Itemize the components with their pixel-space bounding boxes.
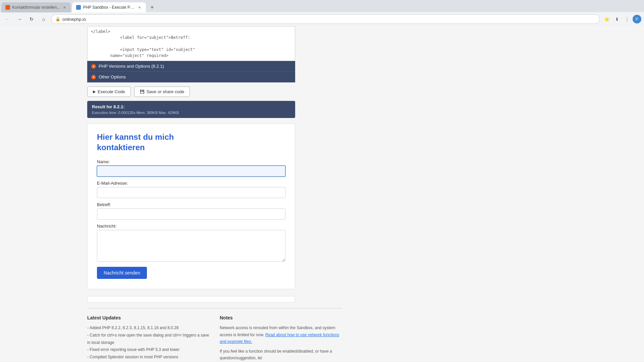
lock-icon: 🔒 (55, 17, 60, 21)
updates-title: Latest Updates (87, 315, 210, 320)
email-input[interactable] (97, 187, 285, 198)
name-label: Name: (97, 159, 285, 164)
settings-icon[interactable]: ⋮ (623, 15, 631, 23)
tab1-close[interactable]: ✕ (62, 5, 67, 10)
browser-tab-1[interactable]: Kontaktformular erstellen... ✕ (1, 2, 71, 12)
result-box: Result for 8.2.1: Execution time: 0.0001… (87, 101, 295, 118)
other-options-label: Other Options (99, 74, 126, 79)
extensions-icon[interactable]: ⭐ (602, 15, 611, 23)
subject-input[interactable] (97, 208, 285, 220)
main-area: </label> <label for="subject">Betreff: <… (87, 26, 295, 308)
code-editor-snippet[interactable]: </label> <label for="subject">Betreff: <… (87, 26, 295, 61)
tab2-title: PHP Sandbox - Execute PHP cod... (83, 5, 135, 10)
page-content: </label> <label for="subject">Betreff: <… (0, 26, 644, 361)
browser-tab-2[interactable]: PHP Sandbox - Execute PHP cod... ✕ (72, 2, 146, 12)
save-icon: 💾 (140, 89, 145, 94)
update-item-1: - Added PHP 8.2.2, 8.2.3, 8.1.15, 8.1.16… (87, 324, 210, 332)
code-line-2: <label for="subject">Betreff: (91, 35, 291, 41)
subject-label: Betreff: (97, 202, 285, 207)
tab2-favicon (76, 5, 81, 10)
updates-notes-section: Latest Updates - Added PHP 8.2.2, 8.2.3,… (87, 308, 342, 361)
name-input[interactable] (97, 166, 285, 177)
output-form-container: Hier kannst du mich kontaktieren Name: E… (87, 123, 295, 289)
execute-icon: ▶ (93, 89, 96, 94)
browser-controls: ← → ↻ ⌂ 🔒 onlinephp.io ⭐ ⬇ ⋮ P (0, 12, 644, 26)
bottom-strip (87, 296, 295, 303)
notes-text: Network access is rerouted from within t… (220, 324, 342, 345)
back-button[interactable]: ← (3, 14, 12, 24)
code-line-3 (91, 41, 291, 47)
update-item-3: - Fixed error reporting issue with PHP 5… (87, 346, 210, 354)
reload-button[interactable]: ↻ (27, 14, 36, 24)
form-heading-line1: Hier kannst du mich (97, 132, 174, 141)
tab1-favicon (5, 5, 10, 10)
download-icon[interactable]: ⬇ (612, 15, 621, 23)
email-label: E-Mail-Adresse: (97, 181, 285, 186)
browser-tab-bar: Kontaktformular erstellen... ✕ PHP Sandb… (0, 0, 644, 12)
tab2-close[interactable]: ✕ (137, 5, 142, 10)
form-heading: Hier kannst du mich kontaktieren (97, 132, 285, 153)
code-line-1: </label> (91, 28, 291, 35)
new-tab-button[interactable]: + (147, 3, 157, 12)
notes-column: Notes Network access is rerouted from wi… (220, 315, 342, 361)
php-versions-section[interactable]: ● PHP Versions and Options (8.2.1) (87, 61, 295, 72)
home-button[interactable]: ⌂ (39, 14, 48, 24)
browser-chrome: Kontaktformular erstellen... ✕ PHP Sandb… (0, 0, 644, 26)
execute-label: Execute Code (98, 89, 125, 94)
message-label: Nachricht: (97, 224, 285, 229)
notes-title: Notes (220, 315, 342, 320)
forward-button[interactable]: → (15, 14, 24, 24)
message-textarea[interactable] (97, 230, 285, 262)
browser-action-icons: ⭐ ⬇ ⋮ P (602, 15, 641, 23)
updates-list: - Added PHP 8.2.2, 8.2.3, 8.1.15, 8.1.16… (87, 324, 210, 361)
execute-code-button[interactable]: ▶ Execute Code (87, 86, 131, 97)
php-versions-label: PHP Versions and Options (8.2.1) (99, 64, 164, 69)
form-heading-line2: kontaktieren (97, 143, 145, 152)
result-meta: Execution time: 0.000135s Mem: 389KB Max… (92, 111, 290, 115)
code-line-4: <input type="text" id="subject" (91, 47, 291, 53)
php-versions-icon: ● (91, 64, 96, 69)
result-title: Result for 8.2.1: (92, 104, 290, 109)
save-label: Save or share code (147, 89, 184, 94)
tab1-title: Kontaktformular erstellen... (12, 5, 60, 10)
other-options-section[interactable]: ● Other Options (87, 72, 295, 82)
address-bar[interactable]: 🔒 onlinephp.io (51, 14, 600, 24)
address-text: onlinephp.io (62, 17, 595, 22)
update-item-2: - Catch for ctrl+s now open the save dia… (87, 332, 210, 346)
submit-button[interactable]: Nachricht senden (97, 267, 147, 279)
updates-column: Latest Updates - Added PHP 8.2.2, 8.2.3,… (87, 315, 210, 361)
submit-label: Nachricht senden (104, 270, 140, 276)
code-line-5: name="subject" required> (91, 53, 291, 59)
notes-extra: If you feel like a function should be en… (220, 348, 342, 362)
button-row: ▶ Execute Code 💾 Save or share code (87, 82, 295, 101)
profile-icon[interactable]: P (633, 15, 641, 23)
update-item-4: - Compiled Splendor session in most PHP … (87, 354, 210, 361)
save-share-button[interactable]: 💾 Save or share code (134, 86, 190, 97)
other-options-icon: ● (91, 75, 96, 79)
